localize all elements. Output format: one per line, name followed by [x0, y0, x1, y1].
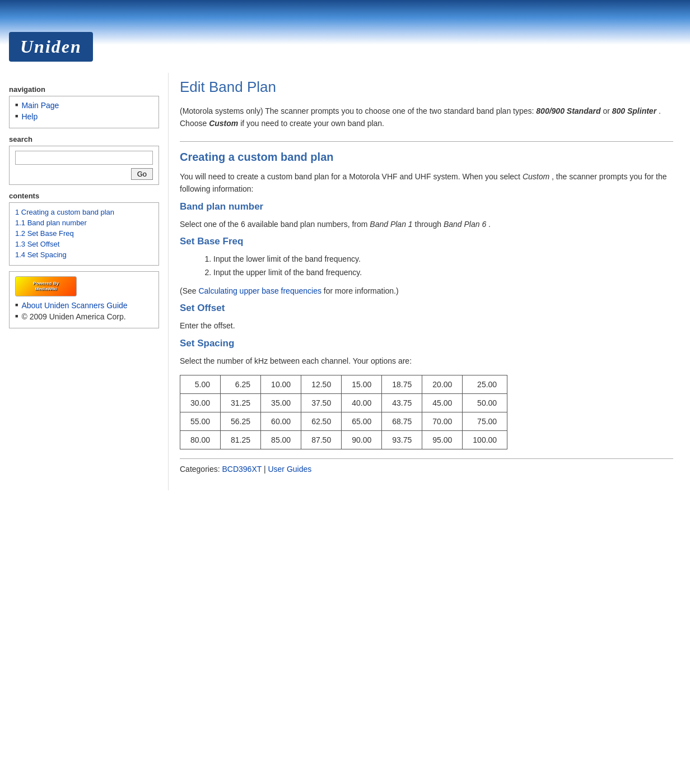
- spacing-table: 5.006.2510.0012.5015.0018.7520.0025.0030…: [180, 375, 507, 449]
- sidebar: navigation Main Page Help search Go cont…: [0, 73, 168, 490]
- spacing-text: Select the number of kHz between each ch…: [180, 355, 673, 367]
- contents-list: 1 Creating a custom band plan 1.1 Band p…: [15, 207, 153, 259]
- band-plan-text: Select one of the 6 available band plan …: [180, 218, 673, 230]
- table-row: 81.25: [221, 430, 261, 449]
- contents-link-1-1[interactable]: 1.1 Band plan number: [15, 219, 87, 227]
- intro-paragraph: (Motorola systems only) The scanner prom…: [180, 105, 673, 130]
- table-row: 62.50: [301, 412, 342, 430]
- logo-area: Uniden: [9, 32, 93, 62]
- table-row: 20.00: [422, 375, 463, 393]
- table-row: 85.00: [261, 430, 301, 449]
- table-row: 6.25: [221, 375, 261, 393]
- band-plan-heading: Band plan number: [180, 201, 673, 212]
- sidebar-footer-box: Powered ByMediaWiki About Uniden Scanner…: [9, 271, 159, 328]
- search-box: Go: [9, 146, 159, 185]
- table-row: 5.00: [180, 375, 221, 393]
- contents-link-1-4[interactable]: 1.4 Set Spacing: [15, 250, 67, 259]
- nav-item-help: Help: [15, 112, 153, 121]
- table-row: 10.00: [261, 375, 301, 393]
- table-row: 37.50: [301, 393, 342, 412]
- base-freq-heading: Set Base Freq: [180, 236, 673, 247]
- band-plan-bold1: Band Plan 1: [370, 220, 412, 229]
- table-row: 70.00: [422, 412, 463, 430]
- table-row: 18.75: [382, 375, 422, 393]
- intro-custom-word: Custom: [209, 119, 238, 128]
- table-row: 68.75: [382, 412, 422, 430]
- uniden-logo: Uniden: [9, 32, 93, 62]
- main-page-link[interactable]: Main Page: [21, 101, 59, 110]
- navigation-box: Main Page Help: [9, 96, 159, 128]
- about-link[interactable]: About Uniden Scanners Guide: [21, 301, 127, 310]
- contents-item-1-4: 1.4 Set Spacing: [15, 250, 153, 259]
- table-row: 90.00: [342, 430, 382, 449]
- intro-rest: if you need to create your own band plan…: [240, 119, 384, 128]
- calc-freq-link[interactable]: Calculating upper base frequencies: [198, 286, 321, 295]
- go-button[interactable]: Go: [131, 168, 153, 180]
- footer-copyright: © 2009 Uniden America Corp.: [15, 312, 153, 321]
- table-row: 56.25: [221, 412, 261, 430]
- base-freq-see: (See Calculating upper base frequencies …: [180, 285, 673, 297]
- copyright-text: © 2009 Uniden America Corp.: [21, 312, 125, 321]
- table-row: 55.00: [180, 412, 221, 430]
- nav-list: Main Page Help: [15, 101, 153, 121]
- see-text: (See: [180, 286, 197, 295]
- search-input[interactable]: [15, 151, 153, 165]
- contents-link-1-2[interactable]: 1.2 Set Base Freq: [15, 229, 74, 238]
- page-layout: navigation Main Page Help search Go cont…: [0, 73, 690, 490]
- powered-badge: Powered ByMediaWiki: [15, 276, 153, 296]
- contents-item-1-2: 1.2 Set Base Freq: [15, 229, 153, 238]
- contents-link-1-3[interactable]: 1.3 Set Offset: [15, 240, 59, 248]
- band-plan-end: .: [488, 220, 491, 229]
- footer-links-list: About Uniden Scanners Guide © 2009 Unide…: [15, 301, 153, 321]
- intro-text-part1: (Motorola systems only) The scanner prom…: [180, 106, 534, 115]
- base-freq-list: Input the lower limit of the band freque…: [213, 253, 673, 279]
- for-text: for more information.): [324, 286, 399, 295]
- spacing-heading: Set Spacing: [180, 338, 673, 349]
- footer-about: About Uniden Scanners Guide: [15, 301, 153, 310]
- table-row: 43.75: [382, 393, 422, 412]
- table-row: 35.00: [261, 393, 301, 412]
- section1-text: You will need to create a custom band pl…: [180, 170, 673, 196]
- table-row: 25.00: [463, 375, 507, 393]
- page-title: Edit Band Plan: [180, 78, 673, 96]
- help-link[interactable]: Help: [21, 112, 38, 121]
- table-row: 75.00: [463, 412, 507, 430]
- table-row: 40.00: [342, 393, 382, 412]
- main-content: Edit Band Plan (Motorola systems only) T…: [168, 73, 690, 490]
- table-row: 87.50: [301, 430, 342, 449]
- contents-item-1: 1 Creating a custom band plan: [15, 207, 153, 216]
- contents-box: 1 Creating a custom band plan 1.1 Band p…: [9, 202, 159, 266]
- table-row: 30.00: [180, 393, 221, 412]
- table-row: 12.50: [301, 375, 342, 393]
- table-row: 50.00: [463, 393, 507, 412]
- section1-text-part1: You will need to create a custom band pl…: [180, 172, 520, 181]
- band-plan-through: through: [415, 220, 444, 229]
- list-item: Input the lower limit of the band freque…: [213, 253, 673, 265]
- table-row: 15.00: [342, 375, 382, 393]
- intro-type2: 800 Splinter: [612, 106, 656, 115]
- table-row: 31.25: [221, 393, 261, 412]
- table-row: 80.00: [180, 430, 221, 449]
- categories-link-user-guides[interactable]: User Guides: [268, 465, 311, 474]
- categories-link-bcd396xt[interactable]: BCD396XT: [222, 465, 262, 474]
- search-title: search: [9, 135, 159, 143]
- categories-label: Categories: [180, 465, 218, 474]
- offset-heading: Set Offset: [180, 303, 673, 314]
- contents-title: contents: [9, 192, 159, 200]
- table-row: 60.00: [261, 412, 301, 430]
- contents-link-1[interactable]: 1 Creating a custom band plan: [15, 208, 114, 216]
- table-row: 95.00: [422, 430, 463, 449]
- section-divider: [180, 141, 673, 142]
- band-plan-text1: Select one of the 6 available band plan …: [180, 220, 367, 229]
- contents-item-1-1: 1.1 Band plan number: [15, 218, 153, 227]
- navigation-title: navigation: [9, 85, 159, 94]
- table-row: 45.00: [422, 393, 463, 412]
- table-row: 93.75: [382, 430, 422, 449]
- offset-text: Enter the offset.: [180, 319, 673, 332]
- header-banner: Uniden: [0, 0, 690, 45]
- table-row: 100.00: [463, 430, 507, 449]
- intro-or: or: [603, 106, 612, 115]
- intro-type1: 800/900 Standard: [536, 106, 600, 115]
- categories-bar: Categories: BCD396XT | User Guides: [180, 458, 673, 474]
- section1-custom: Custom: [523, 172, 549, 181]
